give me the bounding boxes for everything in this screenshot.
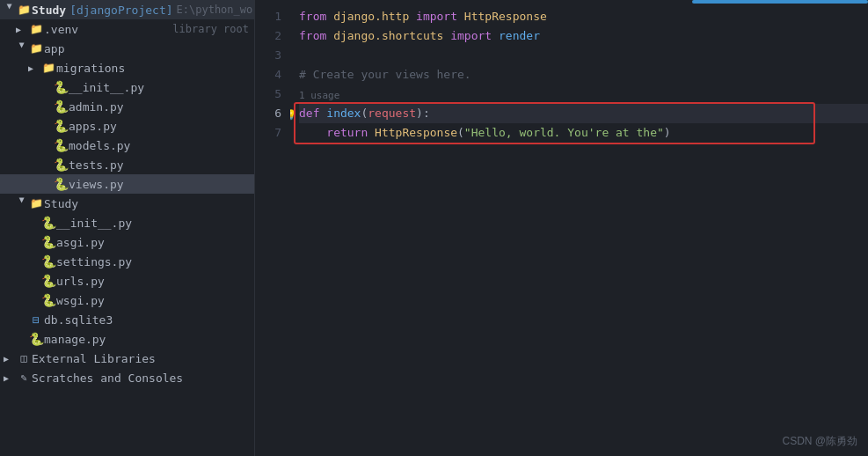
sidebar-item-admin[interactable]: ▶ 🐍 admin.py bbox=[0, 97, 254, 116]
chevron-right-icon: ▶ bbox=[4, 373, 16, 383]
sidebar-item-project[interactable]: ▶ 📁 Study [djangoProject] E:\python_work… bbox=[0, 0, 254, 19]
chevron-down-icon: ▶ bbox=[18, 197, 27, 210]
sidebar-item-wsgi[interactable]: ▶ 🐍 wsgi.py bbox=[0, 291, 254, 310]
sidebar: ▶ 📁 Study [djangoProject] E:\python_work… bbox=[0, 0, 255, 456]
code-line-3 bbox=[299, 46, 868, 65]
project-name-label: Study bbox=[32, 4, 66, 17]
init-app-label: __init__.py bbox=[69, 81, 249, 94]
models-label: models.py bbox=[69, 139, 249, 152]
python-icon: 🐍 bbox=[40, 255, 56, 268]
python-icon: 🐍 bbox=[40, 275, 56, 287]
code-line-2: from django.shortcuts import render bbox=[299, 26, 868, 46]
line-num-4: 4 bbox=[255, 65, 281, 85]
sidebar-item-apps[interactable]: ▶ 🐍 apps.py bbox=[0, 116, 254, 136]
library-icon: ◫ bbox=[16, 352, 32, 364]
folder-icon: 📁 bbox=[40, 62, 56, 74]
code-line-7: return HttpResponse("Hello, world. You'r… bbox=[299, 123, 868, 143]
python-icon: 🐍 bbox=[53, 139, 69, 151]
editor: 1 2 3 4 5 6 7 from django.http import Ht… bbox=[255, 0, 868, 456]
python-icon: 🐍 bbox=[53, 120, 69, 132]
sidebar-item-migrations[interactable]: ▶ 📁 migrations bbox=[0, 58, 254, 77]
line-num-5: 5 bbox=[255, 85, 281, 104]
code-line-6: 💡 def index(request): bbox=[299, 104, 868, 123]
python-icon: 🐍 bbox=[40, 294, 56, 306]
chevron-down-icon: ▶ bbox=[18, 42, 27, 55]
folder-icon: 📁 bbox=[28, 197, 44, 210]
sidebar-item-tests[interactable]: ▶ 🐍 tests.py bbox=[0, 155, 254, 174]
bulb-icon: 💡 bbox=[290, 106, 297, 125]
sidebar-item-views[interactable]: ▶ 🐍 views.py bbox=[0, 174, 254, 194]
python-icon: 🐍 bbox=[40, 217, 56, 229]
line-num-3: 3 bbox=[255, 46, 281, 65]
folder-icon: 📁 bbox=[28, 42, 44, 55]
chevron-down-icon: ▶ bbox=[5, 4, 15, 16]
editor-content: 1 2 3 4 5 6 7 from django.http import Ht… bbox=[255, 4, 868, 456]
views-label: views.py bbox=[69, 178, 249, 191]
sidebar-item-urls[interactable]: ▶ 🐍 urls.py bbox=[0, 271, 254, 291]
sidebar-item-manage[interactable]: ▶ 🐍 manage.py bbox=[0, 329, 254, 349]
tests-label: tests.py bbox=[69, 158, 249, 172]
project-qualifier: [djangoProject] bbox=[69, 4, 172, 17]
sidebar-item-app[interactable]: ▶ 📁 app bbox=[0, 39, 254, 58]
asgi-label: asgi.py bbox=[56, 236, 249, 249]
scratches-label: Scratches and Consoles bbox=[32, 371, 249, 385]
apps-label: apps.py bbox=[69, 120, 249, 133]
chevron-right-icon: ▶ bbox=[16, 25, 28, 34]
sidebar-item-venv[interactable]: ▶ 📁 .venv library root bbox=[0, 19, 254, 39]
python-icon: 🐍 bbox=[53, 100, 69, 113]
wsgi-label: wsgi.py bbox=[56, 294, 249, 307]
sidebar-item-db[interactable]: ▶ ⊟ db.sqlite3 bbox=[0, 310, 254, 329]
project-path: E:\python_worksp... bbox=[177, 4, 255, 16]
python-icon: 🐍 bbox=[28, 333, 44, 345]
sidebar-item-init-study[interactable]: ▶ 🐍 __init__.py bbox=[0, 213, 254, 232]
scratches-icon: ✎ bbox=[16, 371, 32, 384]
python-icon: 🐍 bbox=[40, 236, 56, 248]
code-area[interactable]: from django.http import HttpResponse fro… bbox=[290, 4, 868, 456]
python-icon: 🐍 bbox=[53, 81, 69, 93]
line-num-7: 7 bbox=[255, 123, 281, 143]
code-line-1: from django.http import HttpResponse bbox=[299, 7, 868, 26]
admin-label: admin.py bbox=[69, 100, 249, 114]
sidebar-item-study[interactable]: ▶ 📁 Study bbox=[0, 194, 254, 213]
folder-icon: 📁 bbox=[28, 23, 44, 35]
sidebar-item-asgi[interactable]: ▶ 🐍 asgi.py bbox=[0, 232, 254, 252]
sidebar-item-models[interactable]: ▶ 🐍 models.py bbox=[0, 136, 254, 155]
db-icon: ⊟ bbox=[28, 313, 44, 326]
study-label: Study bbox=[44, 197, 249, 210]
line-num-2: 2 bbox=[255, 26, 281, 46]
chevron-right-icon: ▶ bbox=[28, 63, 40, 73]
line-numbers: 1 2 3 4 5 6 7 bbox=[255, 4, 290, 456]
highlight-wrapper: 💡 def index(request): return HttpRespons… bbox=[299, 104, 868, 143]
venv-label: .venv bbox=[44, 23, 169, 36]
usage-label: 1 usage bbox=[299, 86, 339, 106]
folder-icon: 📁 bbox=[16, 4, 32, 16]
settings-label: settings.py bbox=[56, 255, 249, 268]
init-study-label: __init__.py bbox=[56, 217, 249, 230]
external-libraries-label: External Libraries bbox=[32, 352, 249, 365]
app-label: app bbox=[44, 42, 249, 55]
venv-sublabel: library root bbox=[172, 23, 249, 35]
code-line-4: # Create your views here. bbox=[299, 65, 868, 85]
line-num-1: 1 bbox=[255, 7, 281, 26]
sidebar-item-settings[interactable]: ▶ 🐍 settings.py bbox=[0, 252, 254, 271]
sidebar-item-scratches[interactable]: ▶ ✎ Scratches and Consoles bbox=[0, 368, 254, 387]
watermark: CSDN @陈勇劲 bbox=[782, 434, 857, 449]
manage-label: manage.py bbox=[44, 333, 249, 346]
db-label: db.sqlite3 bbox=[44, 313, 249, 327]
python-icon: 🐍 bbox=[53, 178, 69, 190]
code-line-5: 1 usage bbox=[299, 85, 868, 104]
chevron-right-icon: ▶ bbox=[4, 354, 16, 364]
python-icon: 🐍 bbox=[53, 158, 69, 171]
sidebar-item-external-libraries[interactable]: ▶ ◫ External Libraries bbox=[0, 349, 254, 368]
line-num-6: 6 bbox=[255, 104, 281, 123]
urls-label: urls.py bbox=[56, 275, 249, 288]
sidebar-item-init-app[interactable]: ▶ 🐍 __init__.py bbox=[0, 77, 254, 97]
migrations-label: migrations bbox=[56, 62, 249, 75]
